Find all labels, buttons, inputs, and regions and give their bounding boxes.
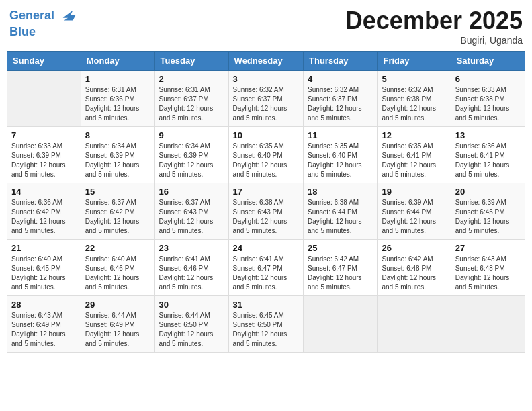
calendar-cell: 20Sunrise: 6:39 AM Sunset: 6:45 PM Dayli… <box>451 183 525 240</box>
day-info: Sunrise: 6:34 AM Sunset: 6:39 PM Dayligh… <box>159 142 224 179</box>
day-number: 8 <box>85 130 150 140</box>
calendar-cell: 21Sunrise: 6:40 AM Sunset: 6:45 PM Dayli… <box>7 240 81 296</box>
day-info: Sunrise: 6:41 AM Sunset: 6:46 PM Dayligh… <box>159 255 224 292</box>
day-info: Sunrise: 6:39 AM Sunset: 6:45 PM Dayligh… <box>455 198 521 236</box>
day-info: Sunrise: 6:45 AM Sunset: 6:50 PM Dayligh… <box>233 311 299 349</box>
day-info: Sunrise: 6:42 AM Sunset: 6:47 PM Dayligh… <box>308 255 373 292</box>
day-info: Sunrise: 6:42 AM Sunset: 6:48 PM Dayligh… <box>382 255 446 292</box>
day-info: Sunrise: 6:43 AM Sunset: 6:49 PM Dayligh… <box>11 311 77 349</box>
calendar-cell: 12Sunrise: 6:35 AM Sunset: 6:41 PM Dayli… <box>378 127 451 183</box>
logo-text-line1: General <box>9 7 78 26</box>
day-info: Sunrise: 6:36 AM Sunset: 6:42 PM Dayligh… <box>11 198 77 236</box>
day-number: 7 <box>11 130 77 140</box>
calendar-cell: 24Sunrise: 6:41 AM Sunset: 6:47 PM Dayli… <box>228 240 303 296</box>
weekday-header: Monday <box>81 52 154 71</box>
day-number: 22 <box>85 243 150 253</box>
logo: General Blue <box>9 7 78 39</box>
day-info: Sunrise: 6:37 AM Sunset: 6:43 PM Dayligh… <box>159 198 224 236</box>
calendar-cell: 2Sunrise: 6:31 AM Sunset: 6:37 PM Daylig… <box>154 71 228 127</box>
day-number: 17 <box>233 187 299 197</box>
calendar-cell <box>7 71 81 127</box>
day-number: 31 <box>233 300 299 310</box>
day-number: 21 <box>11 243 77 253</box>
day-info: Sunrise: 6:39 AM Sunset: 6:44 PM Dayligh… <box>382 198 446 236</box>
day-info: Sunrise: 6:40 AM Sunset: 6:46 PM Dayligh… <box>85 255 150 292</box>
day-number: 15 <box>85 187 150 197</box>
calendar-cell <box>451 296 525 353</box>
day-number: 13 <box>455 130 521 140</box>
calendar-week-row: 1Sunrise: 6:31 AM Sunset: 6:36 PM Daylig… <box>7 71 525 127</box>
calendar-cell <box>378 296 451 353</box>
calendar-cell: 25Sunrise: 6:42 AM Sunset: 6:47 PM Dayli… <box>304 240 378 296</box>
weekday-header: Tuesday <box>154 52 228 71</box>
weekday-header: Friday <box>378 52 451 71</box>
page-header: General Blue December 2025 Bugiri, Ugand… <box>7 7 525 46</box>
calendar-cell: 26Sunrise: 6:42 AM Sunset: 6:48 PM Dayli… <box>378 240 451 296</box>
calendar-cell: 4Sunrise: 6:32 AM Sunset: 6:37 PM Daylig… <box>304 71 378 127</box>
calendar-week-row: 21Sunrise: 6:40 AM Sunset: 6:45 PM Dayli… <box>7 240 525 296</box>
day-info: Sunrise: 6:32 AM Sunset: 6:37 PM Dayligh… <box>233 85 299 123</box>
day-info: Sunrise: 6:38 AM Sunset: 6:44 PM Dayligh… <box>308 198 373 236</box>
day-info: Sunrise: 6:35 AM Sunset: 6:40 PM Dayligh… <box>308 142 373 179</box>
svg-marker-0 <box>63 11 76 21</box>
calendar-cell: 31Sunrise: 6:45 AM Sunset: 6:50 PM Dayli… <box>228 296 303 353</box>
day-number: 6 <box>455 74 521 84</box>
month-title: December 2025 <box>345 7 523 35</box>
day-number: 27 <box>455 243 521 253</box>
weekday-header: Saturday <box>451 52 525 71</box>
day-number: 23 <box>159 243 224 253</box>
calendar-header-row: SundayMondayTuesdayWednesdayThursdayFrid… <box>7 52 525 71</box>
calendar-table: SundayMondayTuesdayWednesdayThursdayFrid… <box>7 51 525 353</box>
day-info: Sunrise: 6:35 AM Sunset: 6:41 PM Dayligh… <box>382 142 446 179</box>
calendar-cell: 19Sunrise: 6:39 AM Sunset: 6:44 PM Dayli… <box>378 183 451 240</box>
day-info: Sunrise: 6:41 AM Sunset: 6:47 PM Dayligh… <box>233 255 299 292</box>
location-subtitle: Bugiri, Uganda <box>345 35 523 46</box>
day-number: 3 <box>233 74 299 84</box>
day-number: 20 <box>455 187 521 197</box>
calendar-cell: 9Sunrise: 6:34 AM Sunset: 6:39 PM Daylig… <box>154 127 228 183</box>
day-number: 25 <box>308 243 373 253</box>
calendar-cell: 16Sunrise: 6:37 AM Sunset: 6:43 PM Dayli… <box>154 183 228 240</box>
weekday-header: Sunday <box>7 52 81 71</box>
day-info: Sunrise: 6:43 AM Sunset: 6:48 PM Dayligh… <box>455 255 521 292</box>
logo-text-line2: Blue <box>9 26 78 39</box>
calendar-cell: 23Sunrise: 6:41 AM Sunset: 6:46 PM Dayli… <box>154 240 228 296</box>
day-info: Sunrise: 6:44 AM Sunset: 6:49 PM Dayligh… <box>85 311 150 349</box>
calendar-cell: 22Sunrise: 6:40 AM Sunset: 6:46 PM Dayli… <box>81 240 154 296</box>
calendar-cell: 18Sunrise: 6:38 AM Sunset: 6:44 PM Dayli… <box>304 183 378 240</box>
calendar-week-row: 7Sunrise: 6:33 AM Sunset: 6:39 PM Daylig… <box>7 127 525 183</box>
day-number: 5 <box>382 74 446 84</box>
day-number: 18 <box>308 187 373 197</box>
day-number: 4 <box>308 74 373 84</box>
day-info: Sunrise: 6:38 AM Sunset: 6:43 PM Dayligh… <box>233 198 299 236</box>
calendar-cell: 29Sunrise: 6:44 AM Sunset: 6:49 PM Dayli… <box>81 296 154 353</box>
day-info: Sunrise: 6:44 AM Sunset: 6:50 PM Dayligh… <box>159 311 224 349</box>
calendar-cell: 17Sunrise: 6:38 AM Sunset: 6:43 PM Dayli… <box>228 183 303 240</box>
day-info: Sunrise: 6:36 AM Sunset: 6:41 PM Dayligh… <box>455 142 521 179</box>
day-number: 14 <box>11 187 77 197</box>
calendar-cell: 1Sunrise: 6:31 AM Sunset: 6:36 PM Daylig… <box>81 71 154 127</box>
day-number: 12 <box>382 130 446 140</box>
calendar-cell: 11Sunrise: 6:35 AM Sunset: 6:40 PM Dayli… <box>304 127 378 183</box>
calendar-cell: 27Sunrise: 6:43 AM Sunset: 6:48 PM Dayli… <box>451 240 525 296</box>
title-area: December 2025 Bugiri, Uganda <box>345 7 523 46</box>
day-info: Sunrise: 6:31 AM Sunset: 6:37 PM Dayligh… <box>159 85 224 123</box>
calendar-cell: 3Sunrise: 6:32 AM Sunset: 6:37 PM Daylig… <box>228 71 303 127</box>
calendar-cell: 13Sunrise: 6:36 AM Sunset: 6:41 PM Dayli… <box>451 127 525 183</box>
day-number: 2 <box>159 74 224 84</box>
calendar-week-row: 28Sunrise: 6:43 AM Sunset: 6:49 PM Dayli… <box>7 296 525 353</box>
day-number: 16 <box>159 187 224 197</box>
calendar-cell: 15Sunrise: 6:37 AM Sunset: 6:42 PM Dayli… <box>81 183 154 240</box>
day-info: Sunrise: 6:32 AM Sunset: 6:38 PM Dayligh… <box>382 85 446 123</box>
calendar-cell: 7Sunrise: 6:33 AM Sunset: 6:39 PM Daylig… <box>7 127 81 183</box>
day-number: 10 <box>233 130 299 140</box>
day-number: 1 <box>85 74 150 84</box>
day-number: 29 <box>85 300 150 310</box>
day-number: 26 <box>382 243 446 253</box>
calendar-cell: 30Sunrise: 6:44 AM Sunset: 6:50 PM Dayli… <box>154 296 228 353</box>
weekday-header: Thursday <box>304 52 378 71</box>
day-info: Sunrise: 6:40 AM Sunset: 6:45 PM Dayligh… <box>11 255 77 292</box>
day-number: 24 <box>233 243 299 253</box>
calendar-cell: 28Sunrise: 6:43 AM Sunset: 6:49 PM Dayli… <box>7 296 81 353</box>
day-info: Sunrise: 6:33 AM Sunset: 6:38 PM Dayligh… <box>455 85 521 123</box>
